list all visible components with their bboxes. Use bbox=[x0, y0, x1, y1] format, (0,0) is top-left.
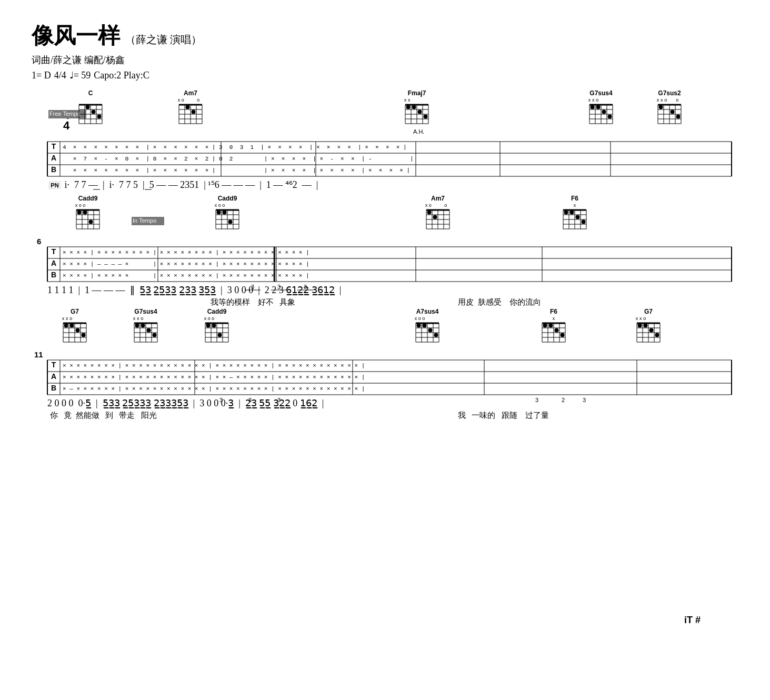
score-canvas bbox=[32, 86, 747, 639]
score-area bbox=[32, 86, 738, 639]
tempo: ♩= 59 bbox=[69, 69, 91, 81]
time-sig: 4/4 bbox=[54, 70, 66, 81]
credits: 词曲/薛之谦 编配/杨鑫 bbox=[32, 54, 738, 66]
main-title: 像风一样 （薛之谦 演唱） bbox=[32, 21, 738, 51]
page-container: 像风一样 （薛之谦 演唱） 词曲/薛之谦 编配/杨鑫 1= D 4/4 ♩= 5… bbox=[32, 21, 738, 639]
performer: （薛之谦 演唱） bbox=[125, 33, 202, 47]
tempo-line: 1= D 4/4 ♩= 59 Capo:2 Play:C bbox=[32, 69, 738, 81]
song-title: 像风一样 bbox=[32, 21, 120, 51]
title-section: 像风一样 （薛之谦 演唱） 词曲/薛之谦 编配/杨鑫 1= D 4/4 ♩= 5… bbox=[32, 21, 738, 81]
capo: Capo:2 Play:C bbox=[94, 70, 149, 81]
key-text: 1= D bbox=[32, 70, 51, 81]
